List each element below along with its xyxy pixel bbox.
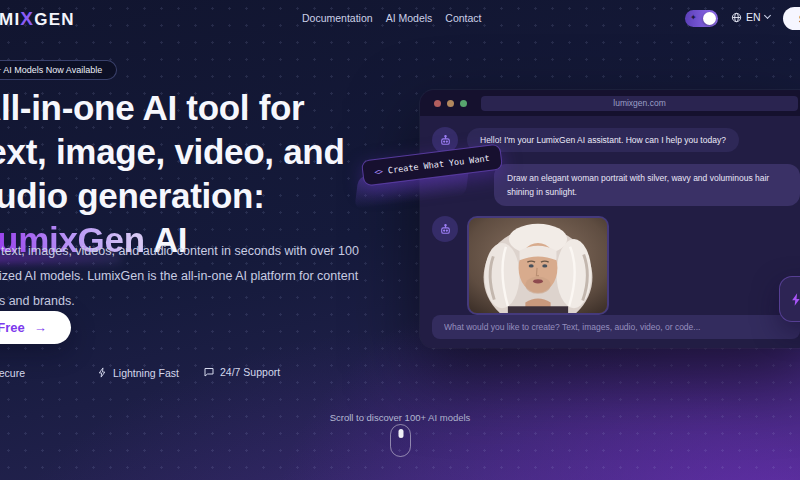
description-line: Create text, images, videos, and audio c… [0,239,359,264]
heading-line: text, image, video, and [0,130,344,174]
feature-fast: Lightning Fast [97,366,179,379]
chevron-down-icon [764,12,771,19]
chat-bubble-icon [203,366,215,378]
feature-support: 24/7 Support [203,366,280,378]
chat-input-bar [432,315,800,339]
bot-image-row [432,216,800,315]
lightning-icon [789,291,800,308]
scroll-hint-text: Scroll to discover 100+ AI models [0,412,800,423]
lightning-badge[interactable] [779,276,800,322]
star-icon: ✦ [690,13,697,22]
description-line: specialized AI models. LumixGen is the a… [0,264,359,289]
brand-logo[interactable]: LUMIXGEN [0,8,75,30]
nav-links: Documentation AI Models Contact [302,12,482,24]
robot-icon [439,134,452,147]
address-bar[interactable]: lumixgen.com [481,96,798,111]
portrait-illustration [469,218,607,313]
feature-label: 24/7 Support [220,366,280,378]
toggle-knob [703,12,716,25]
nav-link-contact[interactable]: Contact [445,12,481,24]
chat-input[interactable] [444,322,788,332]
arrow-right-icon: → [34,320,47,335]
start-free-cta-button[interactable]: Start Free → [0,311,71,344]
bot-greeting-bubble: Hello! I'm your LumixGen AI assistant. H… [467,128,739,152]
feature-label: 100% Secure [0,367,25,379]
hero-description: Create text, images, videos, and audio c… [0,239,359,314]
globe-icon [731,12,742,23]
code-icon: <> [374,167,383,177]
logo-text-pre: LUMI [0,10,20,29]
nav-link-ai-models[interactable]: AI Models [386,12,433,24]
tag-label: Create What You Want [387,153,490,175]
language-selector[interactable]: EN [731,11,770,23]
cta-label: Start Free [0,320,25,335]
language-label: EN [746,11,761,23]
robot-icon [439,223,452,236]
models-available-badge: 100+ AI Models Now Available [0,60,117,80]
feature-secure: 100% Secure [0,366,25,379]
heading-line: All-in-one AI tool for [0,86,344,130]
heading-line: audio generation: [0,174,344,218]
feature-list: 100% Secure Lightning Fast 24/7 Support [0,366,420,384]
window-minimize-dot[interactable] [447,100,454,107]
window-close-dot[interactable] [434,100,441,107]
logo-x-glyph: X [20,8,34,29]
mouse-wheel-dot [398,429,403,438]
nav-link-documentation[interactable]: Documentation [302,12,373,24]
nav-start-free-button[interactable]: Start Free [783,7,800,30]
browser-titlebar: lumixgen.com [420,90,800,116]
lightning-icon [97,366,108,379]
mouse-scroll-icon[interactable] [390,424,411,457]
feature-label: Lightning Fast [113,367,179,379]
window-maximize-dot[interactable] [460,100,467,107]
logo-text-post: GEN [34,10,74,29]
browser-mockup-window: lumixgen.com Hello! I'm your LumixGen AI… [420,90,800,348]
theme-toggle[interactable]: ✦ [685,10,718,27]
landing-page: LUMIXGEN Documentation AI Models Contact… [0,0,800,480]
generated-portrait-image[interactable] [467,216,609,315]
hero-heading: All-in-one AI tool for text, image, vide… [0,86,344,262]
bot-avatar [432,216,458,242]
user-prompt-bubble: Draw an elegant woman portrait with silv… [494,164,800,206]
